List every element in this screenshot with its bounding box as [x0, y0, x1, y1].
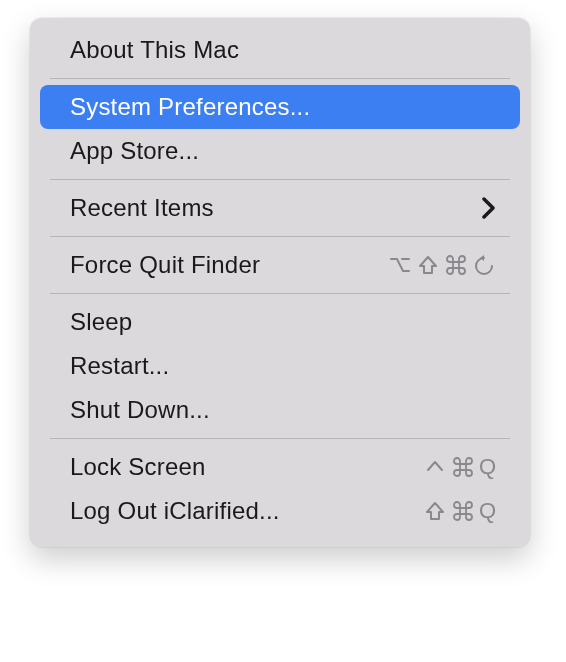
menu-item-lock-screen[interactable]: Lock Screen Q [40, 445, 520, 489]
menu-separator [50, 179, 510, 180]
menu-item-label: System Preferences... [70, 95, 310, 119]
menu-item-label: Log Out iClarified... [70, 499, 280, 523]
q-key-icon: Q [479, 499, 496, 523]
q-key-icon: Q [479, 455, 496, 479]
keyboard-shortcut [388, 253, 496, 277]
menu-item-label: Lock Screen [70, 455, 206, 479]
menu-separator [50, 236, 510, 237]
control-key-icon [423, 455, 447, 479]
shift-key-icon [416, 253, 440, 277]
menu-item-sleep[interactable]: Sleep [40, 300, 520, 344]
menu-item-force-quit[interactable]: Force Quit Finder [40, 243, 520, 287]
escape-key-icon [472, 253, 496, 277]
chevron-right-icon [482, 197, 496, 219]
menu-item-label: Shut Down... [70, 398, 210, 422]
menu-separator [50, 293, 510, 294]
keyboard-shortcut: Q [423, 499, 496, 523]
menu-item-label: Sleep [70, 310, 132, 334]
menu-item-restart[interactable]: Restart... [40, 344, 520, 388]
menu-item-shut-down[interactable]: Shut Down... [40, 388, 520, 432]
menu-separator [50, 438, 510, 439]
command-key-icon [444, 253, 468, 277]
menu-item-system-preferences[interactable]: System Preferences... [40, 85, 520, 129]
menu-item-label: App Store... [70, 139, 199, 163]
menu-item-label: Force Quit Finder [70, 253, 260, 277]
keyboard-shortcut: Q [423, 455, 496, 479]
apple-menu: About This Mac System Preferences... App… [30, 18, 530, 547]
menu-item-label: About This Mac [70, 38, 239, 62]
menu-item-label: Restart... [70, 354, 169, 378]
menu-separator [50, 78, 510, 79]
option-key-icon [388, 253, 412, 277]
command-key-icon [451, 499, 475, 523]
menu-item-app-store[interactable]: App Store... [40, 129, 520, 173]
menu-item-recent-items[interactable]: Recent Items [40, 186, 520, 230]
menu-item-log-out[interactable]: Log Out iClarified... Q [40, 489, 520, 533]
shift-key-icon [423, 499, 447, 523]
command-key-icon [451, 455, 475, 479]
menu-item-label: Recent Items [70, 196, 214, 220]
menu-item-about-this-mac[interactable]: About This Mac [40, 28, 520, 72]
